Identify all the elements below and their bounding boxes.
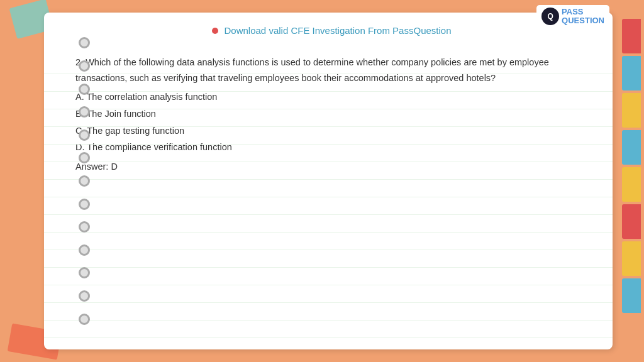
answer-value: D <box>111 162 117 172</box>
option-c: C. The gap testing function <box>75 123 587 139</box>
question-number: 2. <box>75 57 83 67</box>
logo-pass-text: PASS <box>562 8 604 16</box>
answer-label: Answer: <box>75 162 108 172</box>
logo-text: PASS QUESTION <box>562 8 604 26</box>
page-header: Download valid CFE Investigation From Pa… <box>75 25 587 42</box>
answer-line: Answer: D <box>75 159 587 175</box>
right-tabs <box>622 0 644 362</box>
question-content: 2. Which of the following data analysis … <box>75 55 587 174</box>
header-title: Download valid CFE Investigation From Pa… <box>225 25 452 36</box>
logo-question-text: QUESTION <box>562 16 604 25</box>
notebook-panel: Download valid CFE Investigation From Pa… <box>44 13 613 349</box>
logo-icon: Q <box>541 8 559 25</box>
question-body: Which of the following data analysis fun… <box>75 57 549 83</box>
header-bullet <box>212 28 218 34</box>
option-a: A. The correlation analysis function <box>75 89 587 105</box>
question-text: 2. Which of the following data analysis … <box>75 55 587 85</box>
option-d: D. The compliance verification function <box>75 140 587 155</box>
logo-container: Q PASS QUESTION <box>536 5 609 28</box>
option-b: B. The Join function <box>75 106 587 122</box>
